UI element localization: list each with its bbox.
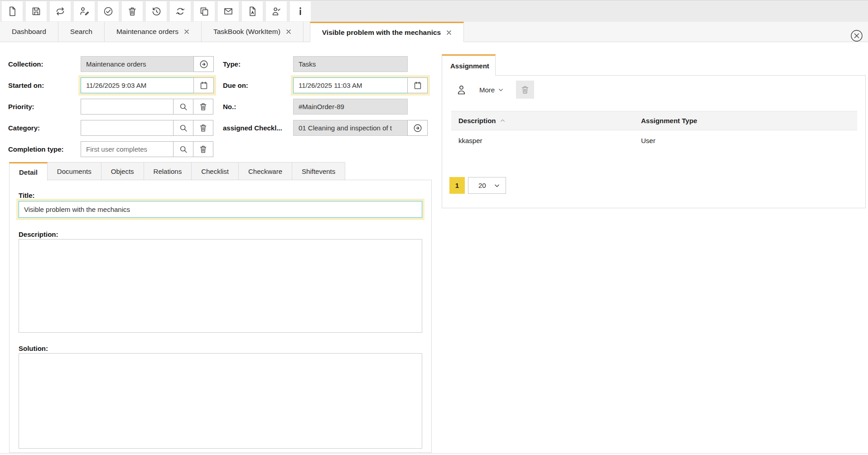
copy-button[interactable] [194, 1, 215, 21]
assignment-panel: More Description Assignment Type kkasper… [442, 75, 866, 208]
remove-assignment-button[interactable] [516, 81, 534, 99]
number-input[interactable] [293, 99, 408, 115]
tab-checklist[interactable]: Checklist [192, 162, 239, 180]
goto-circle-icon [413, 123, 423, 133]
tab-shiftevents[interactable]: Shiftevents [292, 162, 345, 180]
column-header-assignment-type[interactable]: Assignment Type [632, 117, 697, 125]
detail-tab-strip: Detail Documents Objects Relations Check… [9, 162, 345, 180]
tab-taskbook-workitem[interactable]: TaskBook (WorkItem) [202, 22, 304, 42]
pdf-export-button[interactable] [242, 1, 263, 21]
tab-close-icon[interactable] [446, 30, 452, 35]
mail-button[interactable] [218, 1, 239, 21]
category-label: Category: [8, 124, 81, 132]
collection-open-button[interactable] [193, 56, 214, 72]
sync-button[interactable] [50, 1, 71, 21]
assigned-checklist-open-button[interactable] [407, 120, 428, 136]
page-1-button[interactable]: 1 [449, 177, 465, 194]
tab-search[interactable]: Search [58, 22, 105, 42]
chevron-down-icon [494, 182, 500, 189]
delete-button[interactable] [122, 1, 143, 21]
title-input[interactable] [19, 201, 422, 218]
add-user-button[interactable] [455, 84, 468, 96]
content-bottom-divider [0, 453, 868, 454]
priority-input[interactable] [81, 99, 174, 115]
tab-detail[interactable]: Detail [9, 162, 48, 181]
assigned-checklist-label: assigned Checkl... [223, 124, 293, 132]
repeat-button[interactable] [170, 1, 191, 21]
document-tab-bar: Dashboard Search Maintenance orders Task… [0, 22, 868, 42]
close-circle-icon [850, 29, 863, 42]
goto-circle-icon [199, 59, 209, 69]
user-check-button[interactable] [266, 1, 287, 21]
more-dropdown[interactable]: More [479, 86, 504, 94]
completion-type-input[interactable] [81, 141, 174, 157]
tab-close-icon[interactable] [286, 29, 291, 34]
tab-label: Relations [154, 168, 182, 175]
page-size-select[interactable]: 20 [468, 177, 506, 194]
due-on-calendar-button[interactable] [407, 77, 428, 93]
started-on-input[interactable] [81, 77, 194, 93]
description-textarea[interactable] [19, 239, 422, 333]
column-label: Assignment Type [641, 117, 697, 125]
number-label: No.: [223, 103, 293, 110]
tab-maintenance-orders[interactable]: Maintenance orders [105, 22, 202, 42]
type-label: Type: [223, 60, 293, 68]
trash-icon [520, 85, 530, 95]
completion-type-search-button[interactable] [173, 141, 193, 157]
save-button[interactable] [26, 1, 47, 21]
assignment-table: Description Assignment Type kkasper User [451, 111, 857, 150]
completion-type-label: Completion type: [8, 145, 81, 153]
complete-button[interactable] [98, 1, 119, 21]
form-row-due-on: Due on: [223, 77, 428, 93]
chevron-down-icon [498, 87, 504, 93]
form-row-type: Type: [223, 56, 408, 72]
copy-icon [199, 6, 210, 17]
type-input[interactable] [293, 56, 408, 72]
assigned-checklist-input[interactable] [293, 120, 408, 136]
tab-label: TaskBook (WorkItem) [213, 28, 280, 36]
new-document-button[interactable] [2, 1, 23, 21]
collection-input[interactable] [81, 56, 194, 72]
info-button[interactable] [290, 1, 311, 21]
tab-label: Assignment [450, 62, 489, 70]
user-edit-button[interactable] [74, 1, 95, 21]
tab-label: Dashboard [12, 28, 46, 36]
sort-ascending-icon [500, 118, 506, 124]
save-icon [31, 6, 42, 17]
priority-clear-button[interactable] [193, 99, 213, 115]
form-row-priority: Priority: [8, 99, 213, 115]
started-on-calendar-button[interactable] [193, 77, 214, 93]
category-input[interactable] [81, 120, 174, 136]
collection-label: Collection: [8, 60, 81, 68]
form-row-started-on: Started on: [8, 77, 214, 93]
tab-assignment[interactable]: Assignment [442, 54, 496, 76]
tab-documents[interactable]: Documents [48, 162, 101, 180]
form-row-collection: Collection: [8, 56, 214, 72]
tab-visible-problem[interactable]: Visible problem with the mechanics [310, 22, 464, 42]
tab-checkware[interactable]: Checkware [239, 162, 292, 180]
completion-type-clear-button[interactable] [193, 141, 213, 157]
tab-dashboard[interactable]: Dashboard [0, 22, 58, 42]
table-row[interactable]: kkasper User [451, 130, 857, 150]
priority-search-button[interactable] [173, 99, 193, 115]
cell-description: kkasper [451, 137, 632, 144]
tab-objects[interactable]: Objects [101, 162, 144, 180]
trash-icon [198, 144, 208, 154]
close-window-button[interactable] [850, 29, 863, 42]
solution-textarea[interactable] [19, 353, 422, 449]
pagination: 1 20 [449, 177, 506, 194]
due-on-input[interactable] [293, 77, 408, 93]
page-size-value: 20 [478, 182, 486, 189]
new-document-icon [7, 6, 18, 17]
column-header-description[interactable]: Description [451, 117, 632, 125]
tab-close-icon[interactable] [184, 29, 189, 34]
solution-label: Solution: [19, 345, 48, 352]
tab-label: Visible problem with the mechanics [322, 29, 441, 37]
history-button[interactable] [146, 1, 167, 21]
tab-relations[interactable]: Relations [144, 162, 192, 180]
category-clear-button[interactable] [193, 120, 213, 136]
category-search-button[interactable] [173, 120, 193, 136]
pdf-document-icon [247, 6, 258, 17]
assignment-table-header: Description Assignment Type [451, 111, 857, 130]
trash-icon [127, 6, 138, 17]
